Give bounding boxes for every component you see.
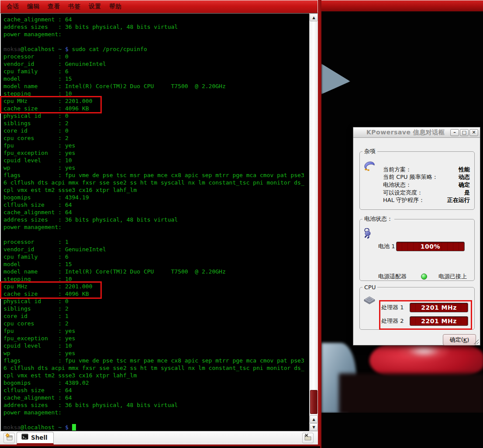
ok-button-suffix: ) (467, 337, 469, 343)
cpu2-frequency-bar: 2201 MHz (410, 316, 468, 326)
cpu1-frequency-bar: 2201 MHz (410, 303, 468, 312)
photo-shape (321, 64, 350, 94)
misc-row-value: 是 (464, 189, 470, 197)
battery-progress-bar: 100% (396, 242, 465, 251)
maximize-button[interactable]: □ (460, 129, 469, 136)
power-plug-icon (363, 228, 374, 241)
adapter-row: 电源适配器 电源已接上 (378, 273, 467, 280)
misc-group-title: 杂项 (362, 147, 377, 155)
ok-button-accel: K (463, 337, 467, 343)
close-session-icon (304, 434, 312, 442)
dialog-body: 杂项 当前方案： (353, 138, 480, 345)
tab-bar: Shell (0, 431, 318, 445)
minimize-button[interactable]: – (450, 129, 459, 136)
battery-row: 电池 1 100% (378, 242, 465, 251)
close-button[interactable]: ✕ (469, 129, 478, 136)
tab-shell-label: Shell (31, 434, 48, 441)
menu-settings[interactable]: 设置 (85, 1, 105, 12)
battery-label: 电池 1 (378, 243, 396, 250)
misc-row-value: 确定 (459, 181, 470, 189)
close-session-button[interactable] (302, 433, 314, 443)
kpowersave-icon (363, 161, 376, 173)
misc-row-value: 性能 (459, 166, 470, 174)
terminal-scrollbar[interactable]: ▲ ▲ ▼ (309, 14, 318, 431)
misc-row-label: 电池状态： (383, 181, 411, 189)
battery-group: 电池状态： 电池 1 (359, 215, 475, 281)
misc-row-value: 正在运行 (447, 196, 470, 204)
cpu-group-title: CPU (362, 284, 377, 291)
battery-progress-value: 100% (421, 243, 440, 250)
scroll-up-icon[interactable]: ▲ (310, 14, 318, 21)
misc-rows: 当前方案： 性能 当前 CPU 频率策略： 动态 电池状态： 确定 可以设定亮度… (383, 166, 470, 204)
misc-row: 可以设定亮度： 是 (383, 189, 470, 197)
misc-row: HAL 守护程序： 正在运行 (383, 196, 470, 204)
misc-row-label: 当前 CPU 频率策略： (383, 173, 438, 181)
menu-view[interactable]: 查看 (44, 1, 64, 12)
photo-shape (321, 413, 483, 448)
cpu-group: CPU 处理器 1 2201 MHz 处理器 2 (359, 284, 475, 330)
menu-session[interactable]: 会话 (3, 1, 23, 12)
new-session-icon (5, 433, 13, 443)
konsole-tab-icon (21, 433, 28, 441)
ok-button[interactable]: 确定(K) (443, 334, 476, 345)
scroll-up-icon-bottom[interactable]: ▲ (310, 415, 318, 423)
scrollbar-thumb[interactable] (310, 390, 317, 414)
background-window-titlebar (321, 0, 483, 12)
misc-row-label: 可以设定亮度： (383, 189, 423, 197)
misc-row-value: 动态 (459, 173, 470, 181)
scrollbar-track[interactable] (310, 21, 318, 415)
cpu1-frequency-value: 2201 MHz (421, 304, 457, 311)
menu-bar: 会话 编辑 查看 书签 设置 帮助 (0, 0, 318, 13)
cpu1-label: 处理器 1 (381, 304, 407, 311)
photo-shape (339, 373, 483, 415)
cpu2-frequency-value: 2201 MHz (421, 318, 457, 325)
cpu-row-2: 处理器 2 2201 MHz (381, 316, 468, 326)
konsole-window: 会话 编辑 查看 书签 设置 帮助 cache_alignment : 64ad… (0, 0, 320, 446)
battery-group-title: 电池状态： (362, 215, 394, 223)
ok-button-text: 确定( (450, 336, 463, 344)
misc-row: 电池状态： 确定 (383, 181, 470, 189)
new-session-button[interactable] (3, 433, 15, 443)
adapter-label: 电源适配器 (378, 273, 407, 280)
terminal-frame: cache_alignment : 64address sizes : 36 b… (0, 13, 318, 431)
misc-row-label: HAL 守护程序： (383, 196, 424, 204)
scroll-down-icon[interactable]: ▼ (310, 423, 318, 431)
misc-row: 当前 CPU 频率策略： 动态 (383, 174, 470, 181)
cpu2-label: 处理器 2 (381, 317, 407, 325)
dialog-title: KPowersave 信息对话框 (366, 129, 449, 137)
misc-row-label: 当前方案： (383, 166, 411, 174)
screen: 会话 编辑 查看 书签 设置 帮助 cache_alignment : 64ad… (0, 0, 483, 448)
terminal-output[interactable]: cache_alignment : 64address sizes : 36 b… (1, 14, 309, 431)
adapter-status: 电源已接上 (438, 273, 467, 280)
misc-group: 杂项 当前方案： (359, 147, 475, 210)
menu-help[interactable]: 帮助 (106, 1, 125, 12)
menu-edit[interactable]: 编辑 (24, 1, 43, 12)
menu-bookmarks[interactable]: 书签 (65, 1, 84, 12)
cpu-row-1: 处理器 1 2201 MHz (381, 303, 468, 312)
dialog-titlebar[interactable]: KPowersave 信息对话框 – □ ✕ (353, 127, 480, 138)
misc-row: 当前方案： 性能 (383, 166, 470, 174)
cpu-chip-icon (363, 296, 376, 307)
adapter-led-icon (421, 274, 427, 280)
kpowersave-dialog: KPowersave 信息对话框 – □ ✕ 杂项 (353, 127, 480, 345)
tab-shell[interactable]: Shell (17, 432, 54, 445)
